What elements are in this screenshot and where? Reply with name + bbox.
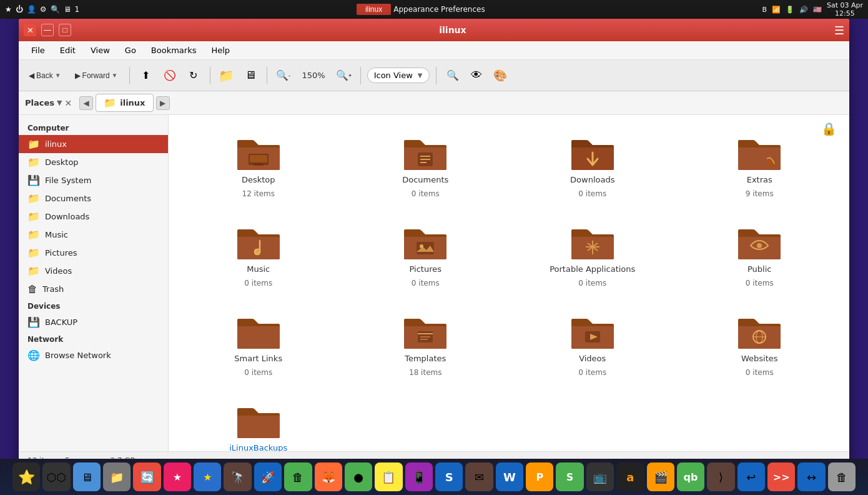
file-item-downloads[interactable]: Downloads 0 items	[515, 128, 670, 204]
up-button[interactable]: ⬆	[136, 66, 156, 86]
sidebar-item-backup[interactable]: 💾 BACKUP	[19, 313, 168, 331]
file-item-portable[interactable]: Portable Applications 0 items	[515, 217, 670, 294]
stop-button[interactable]: 🚫	[160, 66, 180, 86]
menu-help[interactable]: Help	[205, 43, 236, 58]
svg-rect-1	[250, 155, 267, 162]
sidebar-item-filesystem[interactable]: 💾 File System	[19, 171, 168, 189]
dock-item-undo[interactable]: ↩	[737, 462, 765, 491]
dock-item-settings[interactable]: 🔄	[133, 462, 160, 491]
places-close-icon[interactable]: ✕	[65, 98, 72, 108]
file-name-templates: Templates	[405, 354, 446, 364]
sidebar-item-downloads[interactable]: 📁 Downloads	[19, 208, 168, 226]
home-button[interactable]: 📁	[217, 66, 237, 86]
sidebar-item-videos[interactable]: 📁 Videos	[19, 262, 168, 280]
breadcrumb-prev-button[interactable]: ◀	[79, 96, 93, 110]
folder-icon-templates	[403, 312, 448, 350]
file-item-music[interactable]: Music 0 items	[181, 217, 336, 294]
menu-go[interactable]: Go	[119, 43, 142, 58]
breadcrumb-next-button[interactable]: ▶	[156, 96, 170, 110]
back-button[interactable]: ◀ Back ▼	[24, 69, 66, 82]
maximize-button[interactable]: □	[59, 24, 71, 36]
window-menu-icon[interactable]: ☰	[834, 24, 844, 37]
file-item-websites[interactable]: Websites 0 items	[683, 306, 837, 383]
dock-item-clipboard[interactable]: 📋	[375, 462, 402, 491]
file-item-backups[interactable]: iLinuxBackups 0 items	[181, 396, 336, 451]
workspace-num[interactable]: 1	[75, 5, 80, 14]
dock-item-star[interactable]: ⭐	[12, 462, 40, 491]
dock-item-slides[interactable]: P	[526, 462, 553, 491]
sidebar-item-browse-network[interactable]: 🌐 Browse Network	[19, 346, 168, 364]
dock-item-steam[interactable]: ⟩	[707, 462, 734, 491]
file-item-smartlinks[interactable]: Smart Links 0 items	[181, 306, 336, 383]
file-name-backups: iLinuxBackups	[229, 443, 287, 451]
file-item-videos[interactable]: Videos 0 items	[515, 306, 670, 383]
monitor-icon[interactable]: 🖥	[64, 5, 71, 14]
star-icon[interactable]: ★	[5, 5, 12, 14]
places-panel-toggle[interactable]: Places ▼	[25, 98, 62, 108]
dock-item-sheets[interactable]: S	[556, 462, 583, 491]
dock-item-prefs[interactable]: ★	[164, 462, 191, 491]
preview-button[interactable]: 👁	[466, 66, 486, 86]
sidebar-item-documents[interactable]: 📁 Documents	[19, 189, 168, 208]
minimize-button[interactable]: —	[41, 24, 54, 36]
taskbar-center: ilinux Appearance Preferences	[357, 4, 485, 15]
sidebar-item-desktop[interactable]: 📁 Desktop	[19, 153, 168, 171]
dock-item-screen[interactable]: 📺	[586, 462, 614, 491]
dock-item-trash3[interactable]: 🗑	[828, 462, 856, 491]
dock-item-skype[interactable]: S	[435, 462, 463, 491]
computer-button[interactable]: 🖥	[240, 66, 260, 86]
menu-view[interactable]: View	[84, 43, 116, 58]
dock-item-qbittorrent[interactable]: qb	[677, 462, 704, 491]
sidebar-item-music[interactable]: 📁 Music	[19, 226, 168, 244]
dock-item-firefox[interactable]: 🦊	[315, 462, 342, 491]
taskbar-window-button[interactable]: ilinux	[357, 4, 391, 15]
zoom-in-button[interactable]: 🔍+	[334, 66, 354, 86]
menu-edit[interactable]: Edit	[54, 43, 82, 58]
toolbar-sep-2	[210, 67, 210, 84]
dock-item-fm[interactable]: 📁	[103, 462, 131, 491]
dock-item-amazon[interactable]: a	[616, 462, 644, 491]
color-button[interactable]: 🎨	[490, 66, 510, 86]
sidebar-item-ilinux[interactable]: 📁 ilinux	[19, 135, 168, 153]
reload-button[interactable]: ↻	[184, 66, 204, 86]
power-icon[interactable]: ⏻	[16, 5, 23, 14]
search-icon[interactable]: 🔍	[51, 5, 60, 14]
dock-item-anydesk[interactable]: >>	[767, 462, 795, 491]
dock-item-chrome[interactable]: ●	[345, 462, 372, 491]
forward-button[interactable]: ▶ Forward ▼	[70, 69, 123, 82]
dock-item-apps[interactable]: ⬡⬡	[42, 462, 70, 491]
sidebar-item-pictures[interactable]: 📁 Pictures	[19, 244, 168, 262]
dock-item-word[interactable]: W	[496, 462, 523, 491]
view-dropdown[interactable]: Icon View ▼	[367, 68, 430, 83]
folder-icon-videos	[570, 312, 615, 350]
file-item-extras[interactable]: Extras 9 items	[683, 128, 837, 204]
file-count-public: 0 items	[746, 279, 774, 288]
dock-item-rocket[interactable]: 🚀	[254, 462, 282, 491]
dock-item-files[interactable]: 🖥	[73, 462, 101, 491]
dock-item-favorites[interactable]: ★	[194, 462, 221, 491]
file-item-templates[interactable]: Templates 18 items	[348, 306, 503, 383]
dock-item-mail[interactable]: ✉	[465, 462, 493, 491]
sidebar-item-trash[interactable]: 🗑 Trash	[19, 280, 168, 298]
menu-file[interactable]: File	[25, 43, 51, 58]
file-item-public[interactable]: Public 0 items	[683, 217, 837, 294]
apps-icon[interactable]: ⚙	[40, 5, 47, 14]
dock-item-viber[interactable]: 📱	[405, 462, 433, 491]
dock-item-trash2[interactable]: 🗑	[284, 462, 312, 491]
toolbar-sep-3	[267, 67, 267, 84]
zoom-out-button[interactable]: 🔍-	[274, 66, 293, 86]
dock-item-tools[interactable]: 🔭	[224, 462, 251, 491]
close-button[interactable]: ✕	[24, 24, 36, 36]
sidebar-documents-icon: 📁	[27, 192, 40, 204]
user-icon[interactable]: 👤	[27, 5, 36, 14]
file-item-documents[interactable]: Documents 0 items	[348, 128, 503, 204]
dock-item-vlc[interactable]: 🎬	[647, 462, 674, 491]
breadcrumb-bar: Places ▼ ✕ ◀ 📁 ilinux ▶	[19, 91, 849, 115]
file-item-pictures[interactable]: Pictures 0 items	[348, 217, 503, 294]
window-title: ilinux	[76, 25, 829, 35]
file-item-desktop[interactable]: Desktop 12 items	[181, 128, 336, 204]
dock-item-teamviewer[interactable]: ↔	[797, 462, 825, 491]
file-count-extras: 9 items	[746, 189, 774, 198]
search-button[interactable]: 🔍	[443, 66, 463, 86]
menu-bookmarks[interactable]: Bookmarks	[145, 43, 203, 58]
